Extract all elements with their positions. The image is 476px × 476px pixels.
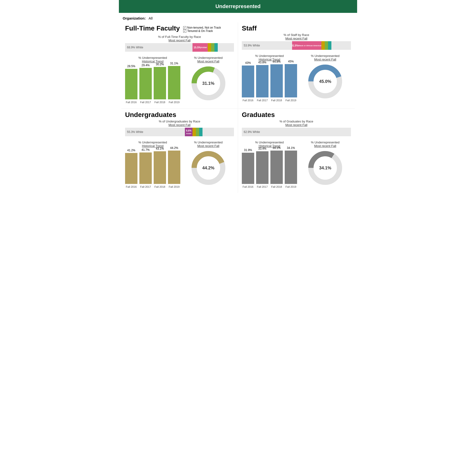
- graduates-hist-chart: % Underrepresented Historical Trend 31.9…: [242, 141, 297, 188]
- org-row: Organization: All: [119, 15, 357, 22]
- faculty-section: Full-Time Faculty ✓ Non-tenured, Not on …: [121, 22, 238, 108]
- undergrad-bar-chart: 41.2%Fall 201641.7%Fall 201743.1%Fall 20…: [125, 150, 180, 188]
- bar-group: 41.7%Fall 2017: [139, 148, 152, 188]
- bar-group: 31.9%Fall 2016: [242, 148, 254, 188]
- staff-title: Staff: [242, 25, 351, 32]
- faculty-race-subtitle: % of Full-Time Faculty by Race Most rece…: [125, 35, 234, 42]
- bar-group: 43.8%Fall 2017: [256, 61, 269, 102]
- faculty-donut-chart: % Underrepresented Most recent Fall 31.1…: [183, 56, 234, 104]
- bar-group: 34.1%Fall 2019: [285, 146, 297, 188]
- graduates-section: Graduates % of Graduates by Race Most re…: [238, 108, 355, 193]
- undergrad-race-bar: 55.3% White 6.6% Asian: [125, 128, 234, 136]
- legend-check-2: ✓: [183, 30, 186, 33]
- staff-section: Staff % of Staff by Race Most recent Fal…: [238, 22, 355, 108]
- graduates-race-subtitle: % of Graduates by Race Most recent Fall: [242, 119, 351, 127]
- bar-group: 34.1%Fall 2018: [271, 146, 283, 188]
- graduates-race-bar: 62.9% White: [242, 128, 351, 136]
- graduates-donut-chart: % Underrepresented Most recent Fall 34.1…: [299, 141, 351, 188]
- staff-race-subtitle: % of Staff by Race Most recent Fall: [242, 33, 351, 40]
- graduates-bar-chart: 31.9%Fall 201633.4%Fall 201734.1%Fall 20…: [242, 150, 297, 188]
- staff-hist-chart: % Underrepresented Historical Trend 43%F…: [242, 54, 297, 102]
- undergrad-hist-chart: % Underrepresented Historical Trend 41.2…: [125, 141, 180, 188]
- header: Underrepresented: [119, 0, 357, 13]
- legend-item-2: ✓ Tenured & On-Track: [183, 29, 221, 33]
- faculty-hist-chart: % Underrepresented Historical Trend 28.5…: [125, 56, 180, 104]
- bar-group: 31.1%Fall 2019: [168, 62, 180, 104]
- bar-group: 29.4%Fall 2017: [139, 64, 152, 104]
- undergrad-donut-chart: % Underrepresented Most recent Fall 44.2…: [183, 141, 234, 188]
- graduates-charts: % Underrepresented Historical Trend 31.9…: [242, 141, 351, 188]
- bar-group: 43.1%Fall 2018: [154, 147, 166, 188]
- faculty-charts: % Underrepresented Historical Trend 28.5…: [125, 56, 234, 104]
- undergrad-section: Undergraduates % of Undergraduates by Ra…: [121, 108, 238, 193]
- legend-item-1: ✓ Non-tenured, Not on Track: [183, 26, 221, 29]
- bar-group: 43%Fall 2016: [242, 61, 254, 102]
- faculty-bar-chart: 28.5%Fall 201629.4%Fall 201730.2%Fall 20…: [125, 66, 180, 104]
- undergrad-charts: % Underrepresented Historical Trend 41.2…: [125, 141, 234, 188]
- bar-group: 33.4%Fall 2017: [256, 147, 269, 188]
- bar-group: 44.2%Fall 2019: [168, 146, 180, 188]
- staff-bar-chart: 43%Fall 201643.8%Fall 201744.8%Fall 2018…: [242, 64, 297, 102]
- staff-charts: % Underrepresented Historical Trend 43%F…: [242, 54, 351, 102]
- bar-group: 28.5%Fall 2016: [125, 65, 137, 104]
- bar-group: 41.2%Fall 2016: [125, 149, 137, 188]
- graduates-donut: 34.1%: [307, 150, 343, 186]
- faculty-title: Full-Time Faculty: [125, 25, 180, 32]
- bar-group: 45%Fall 2019: [285, 60, 297, 102]
- undergrad-title: Undergraduates: [125, 111, 234, 119]
- bar-group: 30.2%Fall 2018: [154, 63, 166, 104]
- undergrad-donut: 44.2%: [191, 150, 226, 186]
- undergrad-race-subtitle: % of Undergraduates by Race Most recent …: [125, 119, 234, 127]
- legend-check-1: ✓: [183, 26, 186, 29]
- staff-donut-chart: % Underrepresented Most recent Fall 45.0…: [299, 54, 351, 102]
- staff-donut: 45.0%: [307, 64, 343, 99]
- faculty-donut: 31.1%: [191, 66, 226, 101]
- faculty-race-bar: 68.9% White 15.5% Asian: [125, 43, 234, 52]
- graduates-title: Graduates: [242, 111, 351, 119]
- staff-race-bar: 53.9% White 31.5% Black or African Ameri…: [242, 41, 351, 50]
- faculty-legend: ✓ Non-tenured, Not on Track ✓ Tenured & …: [183, 26, 221, 33]
- bar-group: 44.8%Fall 2018: [271, 60, 283, 102]
